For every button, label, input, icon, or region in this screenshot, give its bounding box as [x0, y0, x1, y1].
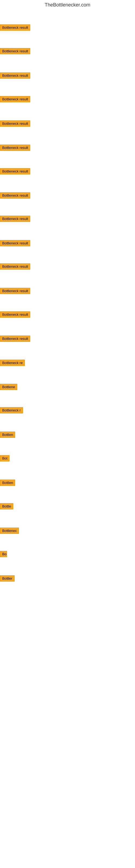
bottleneck-result-item[interactable]: Bottleneck result	[0, 336, 30, 343]
bottleneck-result-item[interactable]: Bottlenec	[0, 528, 19, 535]
site-title: TheBottlenecker.com	[0, 0, 135, 9]
bottleneck-badge: Bottlenec	[0, 528, 19, 534]
bottleneck-result-item[interactable]: Bottleneck result	[0, 311, 30, 319]
bottleneck-badge: Bottleneck result	[0, 96, 30, 102]
bottleneck-badge: Bottlen	[0, 479, 15, 486]
bottleneck-badge: Bottleneck result	[0, 120, 30, 127]
bottleneck-badge: Bottlen	[0, 432, 15, 438]
bottleneck-result-item[interactable]: Bottleneck result	[0, 168, 30, 176]
bottleneck-badge: Bo	[0, 551, 7, 557]
bottleneck-badge: Bottle	[0, 503, 13, 509]
bottleneck-result-item[interactable]: Bottleneck result	[0, 72, 30, 80]
bottleneck-result-item[interactable]: Bottleneck result	[0, 120, 30, 128]
bottleneck-result-item[interactable]: Bottleneck result	[0, 240, 30, 247]
bottleneck-result-item[interactable]: Bot	[0, 455, 9, 463]
bottleneck-result-item[interactable]: Bottleneck r	[0, 407, 23, 414]
bottleneck-result-item[interactable]: Bottleneck result	[0, 264, 30, 271]
bottleneck-result-item[interactable]: Bottleneck result	[0, 192, 30, 199]
bottleneck-result-item[interactable]: Bottleneck result	[0, 48, 30, 55]
bottleneck-result-item[interactable]: Bottleneck result	[0, 288, 30, 295]
bottleneck-badge: Bottleneck r	[0, 407, 23, 413]
bottleneck-badge: Bottleneck result	[0, 168, 30, 175]
bottleneck-badge: Bottleneck result	[0, 264, 30, 270]
bottleneck-badge: Bottler	[0, 575, 14, 582]
bottleneck-result-item[interactable]: Bottlen	[0, 479, 15, 487]
bottleneck-result-item[interactable]: Bottleneck result	[0, 145, 30, 152]
bottleneck-badge: Bottleneck result	[0, 336, 30, 342]
bottleneck-badge: Bottleneck re	[0, 360, 25, 366]
bottleneck-result-item[interactable]: Bottleneck re	[0, 360, 25, 367]
bottleneck-result-item[interactable]: Bottler	[0, 575, 14, 583]
bottleneck-result-item[interactable]: Bottleneck result	[0, 216, 30, 223]
bottleneck-badge: Bottleneck result	[0, 216, 30, 222]
bottleneck-badge: Bottleneck result	[0, 311, 30, 318]
bottleneck-result-item[interactable]: Bottlene	[0, 384, 17, 391]
bottleneck-badge: Bot	[0, 455, 9, 461]
bottleneck-result-item[interactable]: Bottleneck result	[0, 96, 30, 103]
bottleneck-badge: Bottleneck result	[0, 72, 30, 79]
bottleneck-badge: Bottleneck result	[0, 240, 30, 246]
bottleneck-badge: Bottleneck result	[0, 145, 30, 151]
bottleneck-result-item[interactable]: Bo	[0, 551, 7, 558]
bottleneck-badge: Bottleneck result	[0, 288, 30, 294]
bottleneck-badge: Bottlene	[0, 384, 17, 390]
bottleneck-badge: Bottleneck result	[0, 48, 30, 54]
bottleneck-badge: Bottleneck result	[0, 24, 30, 31]
bottleneck-badge: Bottleneck result	[0, 192, 30, 198]
bottleneck-result-item[interactable]: Bottle	[0, 503, 13, 510]
bottleneck-result-item[interactable]: Bottlen	[0, 432, 15, 439]
bottleneck-result-item[interactable]: Bottleneck result	[0, 24, 30, 32]
